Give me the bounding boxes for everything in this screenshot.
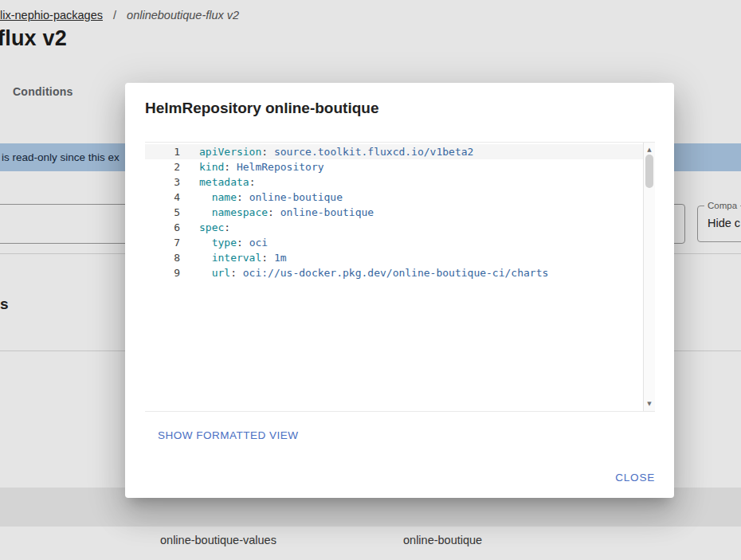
helm-repository-dialog: HelmRepository online-boutique 1apiVersi… <box>125 83 674 498</box>
code-text: metadata: <box>180 174 255 190</box>
dialog-title: HelmRepository online-boutique <box>145 100 378 117</box>
line-number: 1 <box>145 144 180 159</box>
line-number: 2 <box>145 159 180 174</box>
code-line: 9 url: oci://us-docker.pkg.dev/online-bo… <box>145 265 643 280</box>
code-text: interval: 1m <box>180 250 287 265</box>
code-line: 1apiVersion: source.toolkit.fluxcd.io/v1… <box>145 144 643 159</box>
code-line: 6spec: <box>145 220 643 235</box>
code-lines: 1apiVersion: source.toolkit.fluxcd.io/v1… <box>145 143 643 411</box>
code-line: 4 name: online-boutique <box>145 190 643 205</box>
line-number: 9 <box>145 265 180 280</box>
code-text: url: oci://us-docker.pkg.dev/online-bout… <box>180 265 548 280</box>
show-formatted-view-button[interactable]: SHOW FORMATTED VIEW <box>151 425 305 446</box>
line-number: 7 <box>145 235 180 250</box>
line-number: 5 <box>145 205 180 220</box>
code-line: 8 interval: 1m <box>145 250 643 265</box>
line-number: 4 <box>145 190 180 205</box>
scroll-up-icon[interactable]: ▲ <box>644 146 655 154</box>
code-text: name: online-boutique <box>180 190 343 205</box>
code-text: spec: <box>180 220 230 235</box>
line-number: 6 <box>145 220 180 235</box>
yaml-editor[interactable]: 1apiVersion: source.toolkit.fluxcd.io/v1… <box>145 142 655 412</box>
code-text: apiVersion: source.toolkit.fluxcd.io/v1b… <box>180 144 473 159</box>
code-text: namespace: online-boutique <box>180 205 374 220</box>
line-number: 8 <box>145 250 180 265</box>
editor-scrollbar[interactable]: ▲ ▼ <box>643 143 655 411</box>
code-line: 7 type: oci <box>145 235 643 250</box>
code-text: type: oci <box>180 235 268 250</box>
code-line: 3metadata: <box>145 174 643 190</box>
line-number: 3 <box>145 174 180 190</box>
code-line: 2kind: HelmRepository <box>145 159 643 174</box>
code-text: kind: HelmRepository <box>180 159 324 174</box>
close-button[interactable]: CLOSE <box>609 467 661 488</box>
code-line: 5 namespace: online-boutique <box>145 205 643 220</box>
scrollbar-thumb[interactable] <box>645 155 653 188</box>
scroll-down-icon[interactable]: ▼ <box>644 400 655 408</box>
